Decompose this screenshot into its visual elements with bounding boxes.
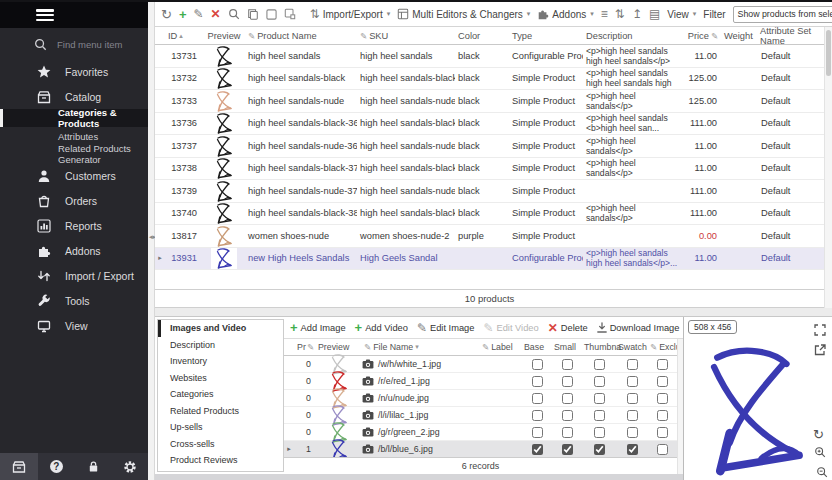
column-header-base[interactable]: Base: [522, 342, 552, 352]
thumbnail-checkbox[interactable]: [594, 427, 605, 438]
detail-tab[interactable]: Inventory: [158, 353, 283, 370]
expand-arrow-icon[interactable]: ▸: [287, 445, 291, 452]
small-checkbox[interactable]: [562, 359, 573, 370]
product-row[interactable]: 13736 high heel sandals-black-36 high he…: [155, 113, 824, 136]
swatch-checkbox[interactable]: [627, 393, 638, 404]
column-header-attribute-set[interactable]: Attribute Set Name: [757, 26, 824, 46]
lock-button[interactable]: [75, 453, 112, 480]
column-header-sku[interactable]: ✎SKU: [357, 31, 455, 41]
base-checkbox[interactable]: [532, 427, 543, 438]
delete-product-button[interactable]: ✕: [211, 8, 221, 20]
detail-tab[interactable]: Up-sells: [158, 419, 283, 436]
sidebar-item-reports[interactable]: Reports: [0, 213, 148, 238]
column-header-small[interactable]: Small: [552, 342, 582, 352]
thumbnail-checkbox[interactable]: [594, 376, 605, 387]
thumbnail-checkbox[interactable]: [594, 410, 605, 421]
scrollbar-thumb[interactable]: [826, 30, 831, 76]
detail-tab[interactable]: Cross-sells: [158, 436, 283, 453]
base-checkbox[interactable]: [532, 410, 543, 421]
zoom-in-button[interactable]: [814, 444, 826, 462]
rotate-button[interactable]: ↻: [813, 427, 824, 442]
image-row[interactable]: ▸ 1 /b/l/blue_6.jpg: [284, 441, 677, 458]
base-checkbox[interactable]: [532, 444, 543, 455]
hamburger-menu-icon[interactable]: [36, 9, 54, 21]
add-video-button[interactable]: +Add Video: [355, 321, 408, 334]
delete-image-button[interactable]: ✕Delete: [548, 322, 588, 334]
column-header-preview[interactable]: Preview: [203, 31, 245, 41]
add-product-button[interactable]: +: [179, 8, 187, 21]
exclude-checkbox[interactable]: [657, 410, 668, 421]
download-image-button[interactable]: Download Image: [597, 322, 680, 333]
swatch-checkbox[interactable]: [627, 376, 638, 387]
refresh-button[interactable]: ↻: [161, 8, 172, 21]
sort-button[interactable]: ≡: [601, 8, 608, 20]
sidebar-item-related-products-generator[interactable]: Related Products Generator: [0, 145, 148, 163]
expand-arrow-icon[interactable]: ▸: [158, 254, 162, 261]
sidebar-item-categories-products[interactable]: Categories & Products: [0, 109, 148, 127]
product-row[interactable]: 13740 high heel sandals-black-38 high he…: [155, 203, 824, 226]
column-header-priority[interactable]: Pr✎: [294, 342, 316, 352]
column-header-product-name[interactable]: ✎Product Name: [245, 31, 357, 41]
sidebar-item-catalog[interactable]: Catalog: [0, 84, 148, 109]
help-button[interactable]: ?: [38, 453, 75, 480]
detail-tab[interactable]: Categories: [158, 386, 283, 403]
search-button[interactable]: [228, 8, 240, 20]
exclude-checkbox[interactable]: [657, 376, 668, 387]
swatch-checkbox[interactable]: [627, 444, 638, 455]
column-header-exclude[interactable]: ✎Exclude: [648, 342, 676, 352]
column-header-price[interactable]: Price✎: [681, 31, 721, 41]
swatch-checkbox[interactable]: [627, 359, 638, 370]
archive-button[interactable]: [0, 453, 38, 480]
collapse-rows-button[interactable]: ↥: [632, 8, 642, 20]
zoom-out-button[interactable]: [816, 464, 828, 480]
clone-button[interactable]: [284, 8, 296, 20]
product-row[interactable]: 13738 high heel sandals-black-37 high he…: [155, 158, 824, 181]
exclude-checkbox[interactable]: [657, 393, 668, 404]
open-external-button[interactable]: [814, 342, 826, 360]
small-checkbox[interactable]: [562, 410, 573, 421]
thumbnail-checkbox[interactable]: [594, 359, 605, 370]
swatch-checkbox[interactable]: [627, 427, 638, 438]
column-header-label[interactable]: ✎Label: [480, 342, 522, 352]
fullscreen-button[interactable]: [814, 322, 826, 340]
product-row[interactable]: 13732 high heel sandals-black high heel …: [155, 68, 824, 91]
edit-product-button[interactable]: ✎: [194, 8, 204, 20]
sidebar-item-orders[interactable]: Orders: [0, 188, 148, 213]
column-header-type[interactable]: Type: [509, 31, 583, 41]
grid-export-button[interactable]: ▤: [649, 8, 660, 20]
detail-tab[interactable]: Websites: [158, 370, 283, 387]
products-scrollbar[interactable]: [824, 27, 832, 308]
product-row[interactable]: ▸ 13931 new High Heels Sandals High Geel…: [155, 248, 824, 271]
column-header-description[interactable]: Description: [583, 31, 681, 41]
addons-menu[interactable]: Addons▾: [537, 8, 593, 20]
detail-tab[interactable]: Related Products: [158, 403, 283, 420]
copy-button[interactable]: [247, 8, 259, 20]
sidebar-item-favorites[interactable]: Favorites: [0, 59, 148, 84]
column-header-file-name[interactable]: ✎File Name▾: [362, 342, 480, 352]
settings-button[interactable]: [111, 453, 148, 480]
product-row[interactable]: 13731 high heel sandals high heel sandal…: [155, 45, 824, 68]
sidebar-splitter[interactable]: ◂▸: [148, 2, 155, 480]
small-checkbox[interactable]: [562, 444, 573, 455]
product-row[interactable]: 13739 high heel sandals-nude-37 high hee…: [155, 180, 824, 203]
exclude-checkbox[interactable]: [657, 444, 668, 455]
column-header-thumbnail[interactable]: Thumbna: [582, 342, 616, 352]
product-row[interactable]: 13737 high heel sandals-nude-36 high hee…: [155, 135, 824, 158]
multi-editors-menu[interactable]: Multi Editors & Changers▾: [397, 8, 530, 20]
base-checkbox[interactable]: [532, 393, 543, 404]
base-checkbox[interactable]: [532, 359, 543, 370]
menu-search-input[interactable]: [55, 38, 141, 51]
expand-rows-button[interactable]: ⇅: [615, 8, 625, 20]
product-row[interactable]: 13733 high heel sandals-nude high heel s…: [155, 90, 824, 113]
column-header-weight[interactable]: Weight: [721, 31, 757, 41]
add-image-button[interactable]: +Add Image: [290, 321, 346, 334]
base-checkbox[interactable]: [532, 376, 543, 387]
small-checkbox[interactable]: [562, 393, 573, 404]
view-menu[interactable]: View▾: [667, 9, 696, 20]
sidebar-item-customers[interactable]: Customers: [0, 163, 148, 188]
sidebar-item-import-export[interactable]: Import / Export: [0, 263, 148, 288]
small-checkbox[interactable]: [562, 376, 573, 387]
thumbnail-checkbox[interactable]: [594, 393, 605, 404]
detail-tab[interactable]: Product Reviews: [158, 452, 283, 469]
exclude-checkbox[interactable]: [657, 427, 668, 438]
